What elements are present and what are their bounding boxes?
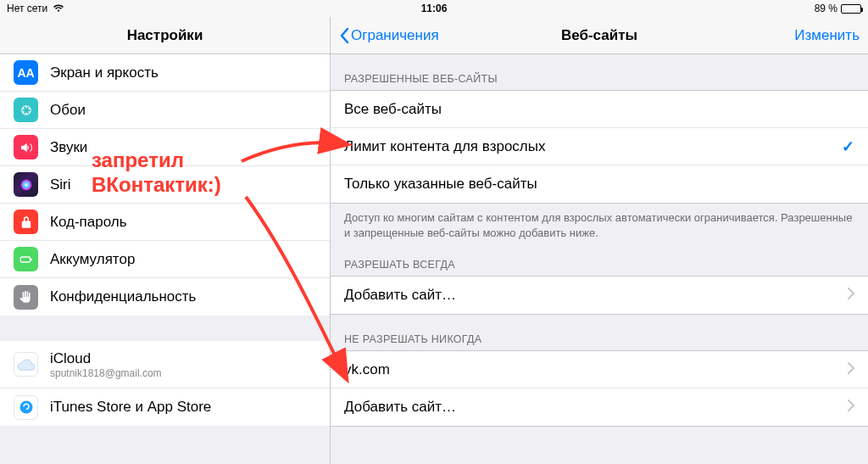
wifi-icon (53, 4, 64, 13)
checkmark-icon: ✓ (842, 137, 854, 156)
edit-button[interactable]: Изменить (794, 27, 860, 44)
chevron-left-icon (339, 27, 349, 44)
chevron-right-icon (848, 399, 854, 416)
allowed-options-group: Все веб-сайты Лимит контента для взрослы… (331, 90, 868, 204)
add-site-always[interactable]: Добавить сайт… (331, 277, 868, 314)
option-specific-sites[interactable]: Только указанные веб-сайты (331, 165, 868, 203)
option-limit-adult[interactable]: Лимит контента для взрослых ✓ (331, 128, 868, 165)
add-site-never[interactable]: Добавить сайт… (331, 389, 868, 426)
network-status: Нет сети (7, 3, 47, 14)
section-allowed-header: РАЗРЕШЕННЫЕ ВЕБ-САЙТЫ (331, 54, 868, 90)
back-button[interactable]: Ограничения (339, 27, 439, 44)
section-always-header: РАЗРЕШАТЬ ВСЕГДА (331, 240, 868, 276)
detail-header: Ограничения Веб-сайты Изменить (331, 17, 868, 54)
status-bar: Нет сети 11:06 89 % (0, 0, 868, 17)
chevron-right-icon (848, 361, 854, 378)
battery-percent: 89 % (815, 3, 837, 14)
option-all-sites[interactable]: Все веб-сайты (331, 91, 868, 128)
annotation-arrow-2 (0, 17, 381, 464)
chevron-right-icon (848, 287, 854, 304)
always-allow-group: Добавить сайт… (331, 276, 868, 315)
never-allow-group: vk.com Добавить сайт… (331, 350, 868, 427)
page-title: Веб-сайты (561, 27, 637, 44)
never-item-vk[interactable]: vk.com (331, 351, 868, 389)
detail-pane: Ограничения Веб-сайты Изменить РАЗРЕШЕНН… (331, 17, 868, 464)
sidebar: Настройки AA Экран и яркость Обои Звуки (0, 17, 331, 464)
back-label: Ограничения (351, 27, 439, 44)
clock: 11:06 (421, 3, 448, 14)
section-allowed-footer: Доступ ко многим сайтам с контентом для … (331, 204, 868, 240)
battery-icon (841, 4, 861, 14)
section-never-header: НЕ РАЗРЕШАТЬ НИКОГДА (331, 315, 868, 350)
